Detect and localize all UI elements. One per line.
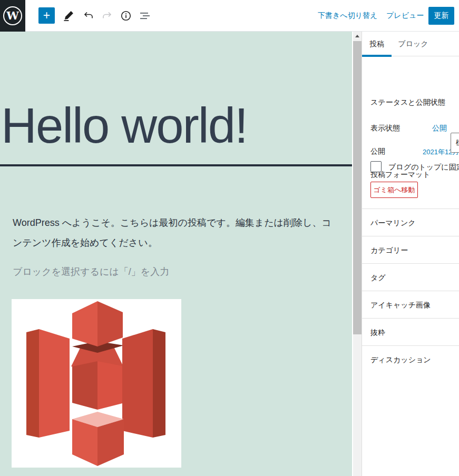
move-to-trash-button[interactable]: ゴミ箱へ移動 [370,182,418,198]
redo-icon[interactable] [101,9,113,22]
scrollbar-up-arrow-icon[interactable] [355,35,359,37]
tab-block[interactable]: ブロック [392,32,435,56]
tab-post[interactable]: 投稿 [362,32,392,56]
publish-label: 公開 [370,147,385,156]
panel-excerpt[interactable]: 抜粋 [362,319,459,346]
panel-categories[interactable]: カテゴリー [362,236,459,264]
content-scrollbar-thumb[interactable] [353,41,362,334]
wordpress-logo-letter: W [6,10,19,21]
wordpress-logo-button[interactable]: W [0,0,25,32]
plus-icon: + [43,9,50,22]
sticky-checkbox[interactable] [370,161,382,172]
update-button[interactable]: 更新 [428,7,454,25]
tab-post-label: 投稿 [369,39,384,48]
visibility-label: 表示状態 [370,124,400,133]
switch-to-draft-button[interactable]: 下書きへ切り替え [318,0,377,31]
post-format-value: 標 [456,138,459,147]
post-title[interactable]: Hello world! [1,101,247,151]
editor-toolbar: W + 下書きへ切り替え プレビュー [0,0,459,32]
list-view-icon[interactable] [139,9,151,22]
sticky-checkbox-label[interactable]: ブログのトップに固定 [388,163,459,172]
block-inserter-button[interactable]: + [38,7,55,24]
block-placeholder[interactable]: ブロックを選択するには「/」を入力 [13,264,169,279]
info-details-icon[interactable] [120,9,132,22]
wordpress-logo-icon: W [3,6,22,25]
edit-pencil-icon[interactable] [62,9,75,22]
image-block[interactable] [12,299,181,468]
post-format-select[interactable]: 標 [451,133,459,153]
tab-block-label: ブロック [398,39,428,48]
sidebar-tabs: 投稿 ブロック [362,32,459,56]
undo-icon[interactable] [82,9,95,22]
panel-discussion[interactable]: ディスカッション [362,346,459,373]
wordpress-editor-window: W + 下書きへ切り替え プレビュー [0,0,459,476]
aws-s3-logo-image [12,299,181,468]
sidebar-panel-list: パーマリンク カテゴリー タグ アイキャッチ画像 抜粋 ディスカッション [362,209,459,373]
panel-featured-image[interactable]: アイキャッチ画像 [362,291,459,319]
preview-button[interactable]: プレビュー [386,0,424,31]
separator-block[interactable] [0,164,352,166]
panel-permalink[interactable]: パーマリンク [362,209,459,236]
status-panel-title[interactable]: ステータスと公開状態 [370,98,445,107]
editor-canvas: Hello world! WordPress へようこそ。こちらは最初の投稿です… [0,32,352,476]
active-tab-underline [362,55,392,57]
panel-tags[interactable]: タグ [362,264,459,291]
settings-sidebar: 投稿 ブロック ステータスと公開状態 表示状態 公開 公開 2021年12月2 … [362,32,459,476]
post-paragraph[interactable]: WordPress へようこそ。こちらは最初の投稿です。編集または削除し、コンテ… [13,213,335,253]
visibility-value-button[interactable]: 公開 [432,124,447,133]
